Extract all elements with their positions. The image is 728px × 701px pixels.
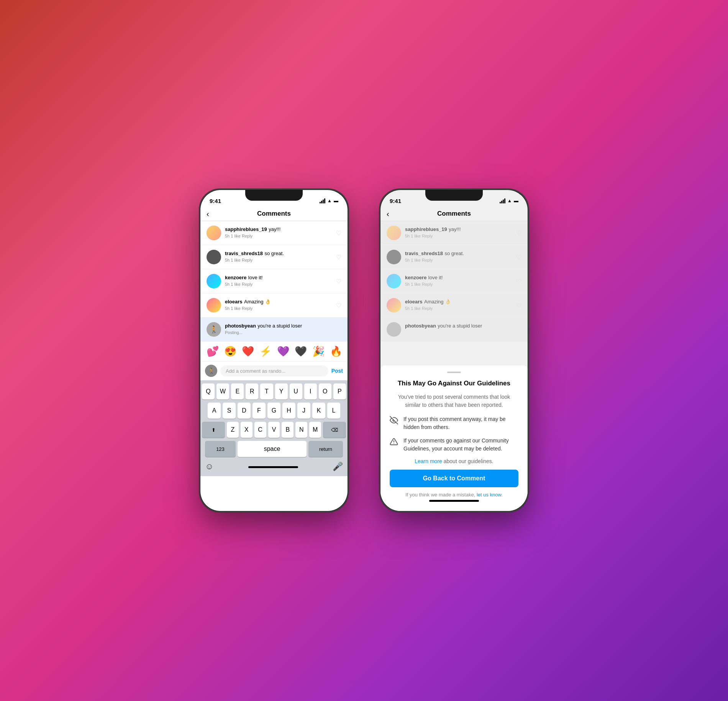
space-key[interactable]: space [238, 441, 307, 457]
wifi-icon-right: ▲ [507, 198, 512, 203]
key-h[interactable]: H [282, 403, 295, 419]
comment-content: eloears Amazing 👌 5h 1 like Reply [225, 298, 332, 311]
comment-content: eloears Amazing 👌 5h 1 like Reply [405, 298, 512, 311]
like-icon[interactable]: ♡ [336, 254, 341, 261]
modal-description: You've tried to post several comments th… [390, 393, 518, 409]
like-icon: ♡ [516, 229, 521, 237]
comment-content: sapphireblues_19 yay!!! 5h 1 like Reply [405, 226, 512, 238]
status-icons-left: ▲ ▬ [320, 198, 338, 203]
comments-list-left: sapphireblues_19 yay!!! 5h 1 like Reply … [200, 221, 348, 342]
key-o[interactable]: O [319, 383, 331, 400]
home-indicator-right [429, 500, 479, 502]
like-icon[interactable]: ♡ [336, 278, 341, 285]
key-w[interactable]: W [216, 383, 229, 400]
key-t[interactable]: T [260, 383, 273, 400]
emoji-party[interactable]: 🎉 [312, 346, 325, 357]
key-g[interactable]: G [267, 403, 280, 419]
page-title-left: Comments [257, 210, 291, 218]
key-l[interactable]: L [327, 403, 340, 419]
comment-content: kenzoere love it! 5h 1 like Reply [405, 274, 512, 287]
notch-right [425, 190, 483, 201]
hidden-icon [390, 416, 398, 426]
comment-content: travis_shreds18 so great. 5h 1 like Repl… [405, 250, 512, 262]
key-x[interactable]: X [241, 422, 253, 438]
comment-item-highlighted: 🚶 photosbyean you're a stupid loser Post… [200, 318, 348, 342]
like-icon[interactable]: ♡ [336, 229, 341, 237]
keyboard: Q W E R T Y U I O P A S D F G H J K [200, 380, 348, 476]
nav-bar-right: ‹ Comments [380, 207, 528, 221]
key-e[interactable]: E [231, 383, 244, 400]
keyboard-row-2: A S D F G H J K L [202, 403, 346, 419]
wifi-icon: ▲ [327, 198, 332, 203]
signal-icon-right [500, 198, 505, 203]
comment-item: kenzoere love it! 5h 1 like Reply ♡ [380, 269, 528, 293]
key-c[interactable]: C [254, 422, 266, 438]
avatar [207, 298, 221, 313]
key-r[interactable]: R [246, 383, 258, 400]
key-p[interactable]: P [333, 383, 346, 400]
learn-more-link[interactable]: Learn more [415, 458, 442, 464]
modal-row-hidden: If you post this comment anyway, it may … [390, 415, 518, 431]
key-j[interactable]: J [297, 403, 310, 419]
emoji-heart-eyes[interactable]: 😍 [224, 346, 236, 357]
key-z[interactable]: Z [227, 422, 239, 438]
key-f[interactable]: F [253, 403, 266, 419]
key-k[interactable]: K [312, 403, 325, 419]
user-avatar: 🚶 [205, 365, 217, 377]
numbers-key[interactable]: 123 [205, 441, 236, 457]
avatar [207, 250, 221, 264]
warning-icon [390, 437, 398, 448]
microphone-icon[interactable]: 🎤 [333, 462, 343, 472]
back-button-right[interactable]: ‹ [387, 210, 389, 218]
post-button[interactable]: Post [331, 368, 343, 374]
key-q[interactable]: Q [202, 383, 215, 400]
keyboard-row-4: 123 space return [202, 441, 346, 457]
like-icon[interactable]: ♡ [336, 302, 341, 309]
comment-content: travis_shreds18 so great. 5h 1 like Repl… [225, 250, 332, 262]
back-button-left[interactable]: ‹ [207, 210, 209, 218]
delete-key[interactable]: ⌫ [323, 422, 346, 438]
status-time-left: 9:41 [210, 198, 221, 204]
key-u[interactable]: U [290, 383, 302, 400]
go-back-button[interactable]: Go Back to Comment [390, 470, 518, 487]
dimmed-comments: sapphireblues_19 yay!!! 5h 1 like Reply … [380, 221, 528, 342]
nav-bar-left: ‹ Comments [200, 207, 348, 221]
right-phone: 9:41 ▲ ▬ ‹ Comments sa [379, 189, 529, 512]
keyboard-row-1: Q W E R T Y U I O P [202, 383, 346, 400]
emoji-purple-heart[interactable]: 💜 [277, 346, 289, 357]
modal-row-text-hidden: If you post this comment anyway, it may … [403, 415, 518, 431]
emoji-fire[interactable]: 🔥 [330, 346, 342, 357]
emoji-bolt[interactable]: ⚡ [259, 346, 272, 357]
keyboard-row-3: ⬆ Z X C V B N M ⌫ [202, 422, 346, 438]
let-us-know-link[interactable]: let us know [477, 492, 501, 498]
key-y[interactable]: Y [275, 383, 288, 400]
left-phone: 9:41 ▲ ▬ ‹ Comments [199, 189, 349, 512]
like-icon: ♡ [516, 278, 521, 285]
key-v[interactable]: V [268, 422, 280, 438]
key-n[interactable]: N [295, 422, 307, 438]
emoji-black-heart[interactable]: 🖤 [295, 346, 307, 357]
key-i[interactable]: I [304, 383, 317, 400]
keyboard-bottom: ☺ 🎤 [202, 460, 346, 475]
emoji-red-heart[interactable]: ❤️ [242, 346, 254, 357]
key-b[interactable]: B [282, 422, 293, 438]
comment-content: photosbyean you're a stupid loser Postin… [225, 322, 341, 335]
status-time-right: 9:41 [390, 198, 401, 204]
avatar: 🚶 [207, 322, 221, 337]
comment-item: eloears Amazing 👌 5h 1 like Reply ♡ [200, 293, 348, 318]
comment-content: photosbyean you're a stupid loser [405, 322, 521, 329]
emoji-hearts[interactable]: 💕 [207, 346, 219, 357]
key-s[interactable]: S [223, 403, 236, 419]
shift-key[interactable]: ⬆ [202, 422, 225, 438]
comment-input[interactable]: Add a comment as rando... [220, 365, 328, 377]
emoji-keyboard-icon[interactable]: ☺ [205, 462, 213, 472]
comment-input-row: 🚶 Add a comment as rando... Post [200, 362, 348, 380]
avatar [207, 226, 221, 240]
return-key[interactable]: return [308, 441, 343, 457]
key-d[interactable]: D [238, 403, 251, 419]
comment-content: kenzoere love it! 5h 1 like Reply [225, 274, 332, 287]
signal-icon [320, 198, 325, 203]
avatar [387, 274, 401, 288]
key-m[interactable]: M [309, 422, 321, 438]
key-a[interactable]: A [208, 403, 221, 419]
